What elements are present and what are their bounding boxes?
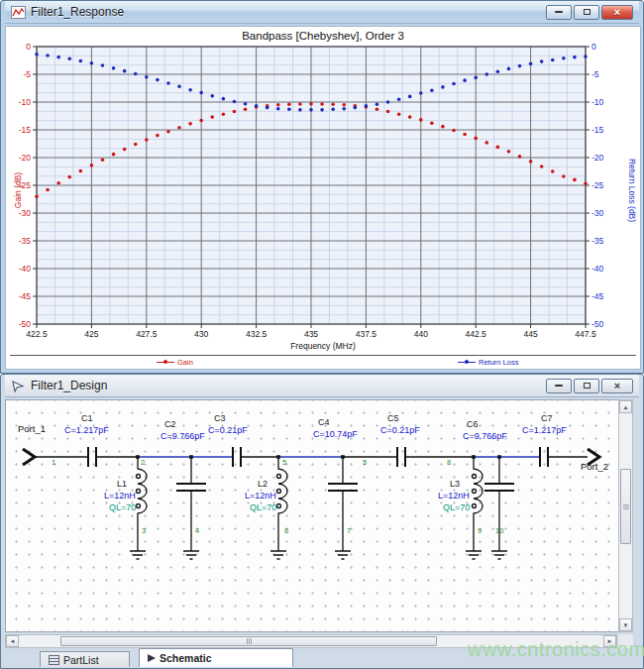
svg-text:427.5: 427.5 — [136, 329, 158, 339]
vertical-scroll-thumb[interactable] — [620, 469, 631, 544]
node-label: 5 — [282, 459, 286, 467]
svg-text:-40: -40 — [591, 264, 604, 274]
restore-button[interactable] — [574, 379, 599, 393]
response-titlebar[interactable]: Filter1_Response × — [5, 1, 639, 24]
legend-label-return-loss: Return Loss — [479, 358, 518, 367]
tab-bar: PartList Schematic — [5, 648, 635, 667]
svg-text:422.5: 422.5 — [26, 329, 48, 339]
shunt-inductors — [137, 457, 483, 551]
component-label[interactable]: L=12nH — [438, 492, 470, 501]
component-label[interactable]: L=12nH — [104, 492, 136, 501]
component-label[interactable]: L1 — [117, 480, 127, 489]
component-label[interactable]: C=1.217pF — [522, 426, 567, 435]
response-window: Filter1_Response × Bandpass [Chebyshev],… — [0, 0, 644, 374]
svg-text:-25: -25 — [591, 180, 604, 190]
tab-partlist[interactable]: PartList — [40, 651, 130, 667]
component-label[interactable]: C=10.74pF — [313, 430, 358, 439]
restore-icon — [584, 9, 590, 15]
component-label[interactable]: L2 — [258, 480, 268, 489]
minimize-icon — [555, 11, 563, 13]
component-label[interactable]: C=0.21pF — [380, 426, 420, 435]
schematic-canvas[interactable]: Port_11C1C=1.217pF2L1L=12nHQL=703C2C=9.7… — [5, 399, 619, 632]
node-label: 6 — [284, 527, 288, 535]
component-label[interactable]: C2 — [164, 420, 176, 429]
svg-text:-45: -45 — [591, 291, 604, 301]
svg-text:-50: -50 — [591, 319, 604, 329]
schematic-pointer-icon — [11, 380, 26, 392]
svg-text:-50: -50 — [19, 319, 32, 329]
component-label[interactable]: C1 — [81, 414, 93, 423]
svg-text:425: 425 — [84, 329, 98, 339]
minimize-button[interactable] — [546, 379, 572, 393]
component-label[interactable]: QL=70 — [250, 503, 276, 512]
close-icon: × — [614, 7, 620, 18]
legend-item-gain: Gain — [157, 358, 193, 367]
partlist-icon — [49, 655, 59, 665]
restore-button[interactable] — [574, 5, 599, 20]
svg-text:445: 445 — [524, 329, 538, 339]
scroll-down-button[interactable]: ▼ — [619, 618, 632, 631]
component-label[interactable]: C=9.766pF — [463, 432, 507, 441]
scroll-right-button[interactable]: ► — [603, 635, 616, 647]
thumb-grip-icon — [247, 638, 252, 644]
component-label[interactable]: C6 — [467, 420, 479, 429]
horizontal-scroll-thumb[interactable] — [60, 636, 437, 646]
ground-symbols — [130, 551, 507, 559]
component-label[interactable]: C4 — [318, 418, 330, 427]
svg-text:432.5: 432.5 — [246, 329, 268, 339]
response-chart: 422.5425427.5430432.5435437.5440442.5445… — [6, 43, 640, 340]
component-label[interactable]: C=1.217pF — [64, 426, 109, 435]
component-label[interactable]: QL=70 — [109, 503, 136, 512]
scroll-up-button[interactable]: ▲ — [619, 400, 632, 413]
component-label[interactable]: C5 — [387, 414, 399, 423]
svg-text:-15: -15 — [591, 125, 604, 135]
component-label[interactable]: C3 — [214, 414, 226, 423]
node-label: 8 — [447, 459, 451, 467]
arrow-left-icon: ◄ — [10, 638, 16, 644]
thumb-grip-icon — [623, 504, 629, 509]
design-window-title: Filter1_Design — [31, 379, 541, 392]
design-titlebar[interactable]: Filter1_Design × — [5, 375, 639, 397]
scroll-left-button[interactable]: ◄ — [6, 635, 19, 647]
close-button[interactable]: × — [601, 379, 633, 393]
horizontal-scrollbar[interactable]: ◄ ► — [5, 634, 617, 648]
svg-text:0: 0 — [26, 43, 31, 52]
return-loss-axis-label: Return Loss (dB) — [627, 146, 637, 235]
port-label[interactable]: Port_2 — [581, 462, 608, 472]
component-label[interactable]: C=0.21pF — [208, 426, 248, 435]
chart-legend: Gain Return Loss — [10, 355, 636, 369]
node-label: 9 — [478, 527, 482, 535]
legend-label-gain: Gain — [177, 358, 193, 367]
arrow-down-icon: ▼ — [623, 622, 629, 628]
svg-text:-10: -10 — [591, 97, 604, 107]
minimize-icon — [555, 385, 563, 387]
restore-icon — [584, 383, 590, 389]
component-label[interactable]: C=9.766pF — [161, 432, 205, 441]
gain-legend-marker — [157, 361, 174, 364]
tab-schematic-label: Schematic — [160, 652, 212, 664]
svg-text:-10: -10 — [19, 97, 32, 107]
arrow-up-icon: ▲ — [623, 404, 629, 410]
shunt-capacitor-plates — [176, 484, 514, 491]
node-label: 1 — [52, 459, 55, 467]
component-label[interactable]: L3 — [450, 480, 460, 489]
component-label[interactable]: QL=70 — [443, 503, 470, 512]
arrow-right-icon: ► — [607, 638, 613, 644]
component-label[interactable]: L=12nH — [245, 492, 276, 501]
svg-text:-45: -45 — [19, 291, 32, 301]
response-window-title: Filter1_Response — [31, 5, 541, 19]
svg-text:-40: -40 — [19, 264, 32, 274]
svg-text:-15: -15 — [19, 125, 32, 135]
close-button[interactable]: × — [601, 5, 633, 20]
chart-panel: Bandpass [Chebyshev], Order 3 422.542542… — [5, 26, 641, 370]
svg-text:442.5: 442.5 — [466, 329, 487, 339]
minimize-button[interactable] — [546, 5, 572, 20]
svg-text:430: 430 — [194, 329, 208, 339]
svg-text:440: 440 — [414, 329, 428, 339]
scrollbar-corner — [618, 634, 633, 648]
svg-text:435: 435 — [304, 329, 318, 339]
vertical-scrollbar[interactable]: ▲ ▼ — [618, 399, 633, 632]
tab-schematic[interactable]: Schematic — [139, 648, 293, 667]
component-label[interactable]: C7 — [541, 414, 553, 423]
port-label[interactable]: Port_1 — [18, 424, 46, 434]
